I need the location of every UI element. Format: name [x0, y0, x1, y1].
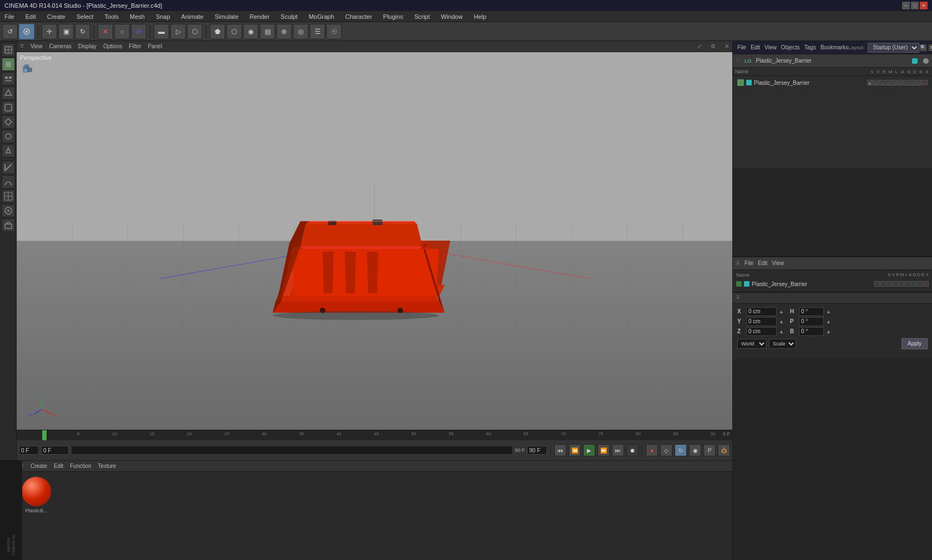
layout-select[interactable]: Startup (User) — [868, 43, 919, 53]
menu-mesh[interactable]: Mesh — [128, 12, 147, 21]
keyframe-button[interactable]: ◇ — [660, 444, 672, 456]
play-button[interactable]: ▶ — [583, 444, 595, 456]
render-region-button[interactable]: ▷ — [170, 24, 186, 39]
viewport-menu-view[interactable]: View — [31, 43, 43, 49]
sidebar-mode-4[interactable] — [2, 86, 15, 100]
scale-tool-button[interactable]: ▣ — [58, 24, 74, 39]
tool-a1[interactable]: ⬟ — [210, 24, 225, 39]
tool-a8[interactable]: ☉ — [326, 24, 342, 39]
menu-mograph[interactable]: MoGraph — [306, 12, 336, 21]
coord-z-pos-input[interactable] — [746, 327, 777, 336]
coord-p-input[interactable] — [799, 317, 824, 326]
right-menu-file[interactable]: File — [737, 44, 746, 50]
menu-animate[interactable]: Animate — [179, 12, 206, 21]
viewport-menu-filter[interactable]: Filter — [129, 43, 141, 49]
undo-button[interactable]: ↺ — [2, 24, 18, 39]
menu-tools[interactable]: Tools — [102, 12, 121, 21]
coord-x-pos-input[interactable] — [746, 307, 777, 316]
autokey-button[interactable]: ● — [646, 444, 658, 456]
menu-script[interactable]: Script — [412, 12, 432, 21]
menu-snap[interactable]: Snap — [154, 12, 173, 21]
tool-a5[interactable]: ⊕ — [276, 24, 292, 39]
close-button[interactable]: ✕ — [920, 2, 928, 9]
menu-render[interactable]: Render — [247, 12, 272, 21]
menu-file[interactable]: File — [2, 12, 17, 21]
viewport-close-icon[interactable]: ✕ — [725, 43, 729, 49]
goto-start-button[interactable]: ⏮ — [554, 444, 566, 456]
attr-menu-view[interactable]: View — [772, 260, 784, 266]
viewport-expand-icon[interactable]: ⤢ — [697, 43, 702, 49]
coord-y-pos-input[interactable] — [746, 317, 777, 326]
menu-select[interactable]: Select — [74, 12, 96, 21]
material-slot[interactable]: PlasticB... — [21, 476, 52, 513]
sidebar-mode-13[interactable] — [2, 218, 15, 232]
sidebar-mode-8[interactable] — [2, 144, 15, 157]
sidebar-mode-10[interactable] — [2, 175, 15, 189]
viewport-canvas[interactable]: Perspective F — [17, 52, 732, 430]
step-forward-button[interactable]: ⏩ — [597, 444, 610, 456]
select-tool-button[interactable] — [19, 24, 34, 39]
right-search-button[interactable]: 🔍 — [919, 44, 927, 52]
right-menu-edit[interactable]: Edit — [751, 44, 760, 50]
timeline-track[interactable] — [71, 446, 513, 455]
material-menu-create[interactable]: Create — [31, 463, 47, 469]
current-frame-input[interactable] — [19, 446, 39, 455]
sidebar-mode-12[interactable] — [2, 204, 15, 217]
viewport-menu-panel[interactable]: Panel — [148, 43, 163, 49]
right-menu-tags[interactable]: Tags — [804, 44, 816, 50]
menu-create[interactable]: Create — [45, 12, 68, 21]
sidebar-mode-2[interactable] — [2, 58, 15, 71]
point-tool-button[interactable]: ○ — [114, 24, 130, 39]
right-menu-bookmarks[interactable]: Bookmarks — [820, 44, 848, 50]
menu-plugins[interactable]: Plugins — [381, 12, 406, 21]
render-to-picture-button[interactable]: ⬡ — [187, 24, 202, 39]
motion-record-button[interactable]: ◉ — [689, 444, 701, 456]
render-button[interactable]: ▬ — [154, 24, 169, 39]
coord-mode-select[interactable]: Scale Size — [769, 339, 796, 349]
viewport-menu-cameras[interactable]: Cameras — [49, 43, 72, 49]
end-frame-input[interactable] — [527, 446, 547, 455]
object-row-plastic-jersey[interactable]: Plastic_Jersey_Barrier ▦ ◻ ◻ ◻ ◻ ◻ ◻ ◻ ◻… — [735, 78, 930, 87]
timeline-playhead[interactable] — [42, 430, 47, 440]
viewport-menu-options[interactable]: Options — [103, 43, 122, 49]
object-tool-button[interactable]: ✕ — [98, 24, 113, 39]
move-tool-button[interactable]: ✛ — [42, 24, 57, 39]
attr-object-row[interactable]: Plastic_Jersey_Barrier ✕ — [733, 280, 932, 288]
menu-edit[interactable]: Edit — [23, 12, 38, 21]
tool-a6[interactable]: ◎ — [293, 24, 308, 39]
material-preview-ball[interactable] — [21, 476, 52, 507]
motion-clip-button[interactable]: P — [703, 444, 716, 456]
right-settings-button[interactable]: ⚙ — [928, 44, 932, 52]
sidebar-mode-11[interactable] — [2, 190, 15, 203]
menu-sculpt[interactable]: Sculpt — [278, 12, 300, 21]
menu-simulate[interactable]: Simulate — [212, 12, 241, 21]
sidebar-mode-9[interactable] — [2, 161, 15, 174]
coord-b-input[interactable] — [799, 327, 824, 336]
loop-button[interactable]: ↻ — [675, 444, 687, 456]
sidebar-mode-6[interactable] — [2, 115, 15, 129]
minimize-button[interactable]: ─ — [902, 2, 910, 9]
menu-window[interactable]: Window — [439, 12, 465, 21]
sidebar-mode-7[interactable] — [2, 130, 15, 143]
sidebar-mode-1[interactable] — [2, 43, 15, 57]
material-menu-function[interactable]: Function — [70, 463, 91, 469]
goto-end-button[interactable]: ⏭ — [612, 444, 624, 456]
material-menu-edit[interactable]: Edit — [54, 463, 63, 469]
coord-h-input[interactable] — [799, 307, 824, 316]
tool-a4[interactable]: ▤ — [260, 24, 275, 39]
record-button[interactable]: ⏺ — [626, 444, 639, 456]
rotate-tool-button[interactable]: ↻ — [75, 24, 90, 39]
menu-help[interactable]: Help — [472, 12, 489, 21]
coord-space-select[interactable]: World Object — [737, 339, 767, 349]
apply-button[interactable]: Apply — [901, 338, 928, 349]
sidebar-mode-5[interactable] — [2, 101, 15, 114]
edge-tool-button[interactable]: ⟳ — [131, 24, 146, 39]
maximize-button[interactable]: □ — [911, 2, 919, 9]
viewport-area[interactable]: ⠿ View Cameras Display Options Filter Pa… — [17, 41, 732, 430]
tool-a7[interactable]: ☰ — [310, 24, 325, 39]
right-menu-view[interactable]: View — [764, 44, 777, 50]
sidebar-mode-3[interactable] — [2, 72, 15, 85]
viewport-menu-display[interactable]: Display — [78, 43, 97, 49]
tool-a2[interactable]: ⬠ — [226, 24, 242, 39]
right-menu-objects[interactable]: Objects — [781, 44, 800, 50]
